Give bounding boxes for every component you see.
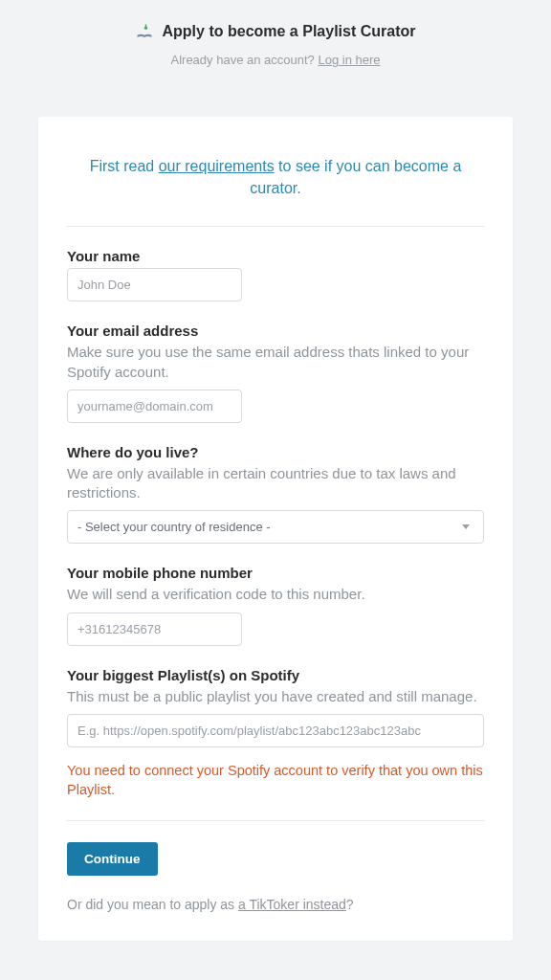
playlist-label: Your biggest Playlist(s) on Spotify (67, 667, 484, 683)
phone-field-group: Your mobile phone number We will send a … (67, 565, 484, 645)
email-hint: Make sure you use the same email address… (67, 343, 484, 382)
divider-bottom (67, 820, 484, 821)
playlist-field-group: Your biggest Playlist(s) on Spotify This… (67, 667, 484, 800)
divider-top (67, 226, 484, 227)
page-header: Apply to become a Playlist Curator Alrea… (0, 0, 551, 78)
country-field-group: Where do you live? We are only available… (67, 444, 484, 545)
country-select[interactable]: - Select your country of residence - (67, 510, 484, 544)
curator-icon (136, 23, 153, 40)
email-field-group: Your email address Make sure you use the… (67, 323, 484, 423)
name-label: Your name (67, 248, 484, 264)
email-label: Your email address (67, 323, 484, 339)
chevron-down-icon (462, 524, 470, 529)
name-field-group: Your name (67, 248, 484, 301)
tiktoker-link[interactable]: a TikToker instead (238, 897, 346, 912)
country-label: Where do you live? (67, 444, 484, 460)
continue-button[interactable]: Continue (67, 842, 158, 876)
email-input[interactable] (67, 390, 242, 423)
phone-label: Your mobile phone number (67, 565, 484, 581)
alt-apply-text: Or did you mean to apply as a TikToker i… (67, 897, 484, 912)
page-title: Apply to become a Playlist Curator (163, 23, 416, 40)
playlist-hint: This must be a public playlist you have … (67, 687, 484, 706)
requirements-link[interactable]: our requirements (159, 158, 275, 174)
country-hint: We are only available in certain countri… (67, 464, 484, 503)
name-input[interactable] (67, 268, 242, 301)
phone-input[interactable] (67, 612, 242, 646)
application-card: First read our requirements to see if yo… (38, 117, 513, 941)
login-link[interactable]: Log in here (318, 53, 380, 67)
page-title-row: Apply to become a Playlist Curator (136, 23, 416, 40)
playlist-input[interactable] (67, 714, 484, 747)
svg-rect-1 (144, 25, 146, 29)
country-select-value: - Select your country of residence - (77, 520, 271, 534)
already-have-account: Already have an account? Log in here (19, 53, 532, 67)
phone-hint: We will send a verification code to this… (67, 585, 484, 604)
intro-text: First read our requirements to see if yo… (67, 155, 484, 226)
playlist-error: You need to connect your Spotify account… (67, 761, 484, 800)
